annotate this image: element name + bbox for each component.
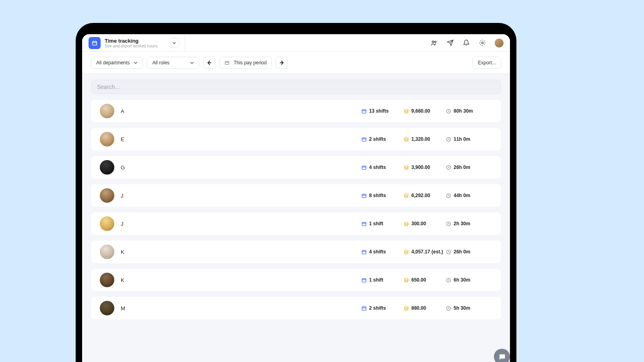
employee-name: K bbox=[121, 249, 361, 255]
employee-avatar bbox=[100, 245, 114, 259]
employee-avatar bbox=[100, 216, 114, 231]
user-avatar[interactable] bbox=[495, 39, 504, 47]
svg-rect-7 bbox=[225, 62, 229, 65]
employee-avatar bbox=[100, 301, 114, 315]
prev-period-button[interactable] bbox=[203, 57, 215, 69]
time-value: 26h 0m bbox=[454, 165, 470, 170]
employee-row[interactable]: J8 shifts6,292.0044h 0m bbox=[91, 184, 501, 207]
period-selector[interactable]: This pay period bbox=[219, 57, 272, 69]
roles-filter[interactable]: All roles bbox=[147, 57, 199, 69]
coins-icon bbox=[404, 306, 409, 311]
employee-row[interactable]: K4 shifts4,057.17 (est.)26h 0m bbox=[91, 241, 501, 263]
shifts-value: 4 shifts bbox=[369, 165, 386, 170]
search-box[interactable] bbox=[91, 80, 501, 94]
shifts-value: 4 shifts bbox=[369, 249, 386, 255]
app-icon[interactable] bbox=[89, 37, 101, 49]
cost-value: 880.00 bbox=[411, 305, 426, 311]
cost-value: 6,292.00 bbox=[411, 193, 430, 198]
svg-point-31 bbox=[405, 250, 408, 251]
cost-stat: 650.00 bbox=[404, 277, 446, 283]
period-label: This pay period bbox=[233, 60, 266, 66]
roles-label: All roles bbox=[152, 60, 169, 66]
arrow-left-icon bbox=[207, 60, 212, 65]
export-label: Export... bbox=[478, 60, 496, 66]
arrow-right-icon bbox=[279, 60, 284, 65]
cost-value: 650.00 bbox=[411, 277, 426, 283]
employee-name: G bbox=[121, 165, 361, 171]
time-stat: 80h 30m bbox=[446, 108, 492, 114]
time-value: 6h 30m bbox=[454, 277, 470, 283]
coins-icon bbox=[404, 137, 409, 142]
departments-label: All departments bbox=[96, 60, 130, 66]
time-value: 44h 0m bbox=[454, 193, 470, 198]
employee-row[interactable]: E2 shifts1,320.0011h 0m bbox=[91, 128, 501, 150]
shifts-value: 1 shift bbox=[369, 221, 383, 226]
svg-rect-9 bbox=[362, 109, 366, 113]
clock-icon bbox=[446, 306, 451, 311]
shifts-stat: 4 shifts bbox=[361, 165, 404, 170]
coins-icon bbox=[404, 221, 409, 226]
employee-row[interactable]: K1 shift650.006h 30m bbox=[91, 269, 501, 291]
departments-filter[interactable]: All departments bbox=[91, 57, 143, 69]
cost-value: 9,660.00 bbox=[411, 108, 430, 114]
svg-rect-25 bbox=[362, 222, 366, 226]
shifts-stat: 4 shifts bbox=[361, 249, 404, 255]
chevron-down-icon bbox=[190, 61, 194, 65]
calendar-icon bbox=[361, 221, 367, 226]
app-switcher[interactable] bbox=[169, 38, 179, 48]
svg-rect-29 bbox=[362, 250, 366, 254]
employee-row[interactable]: G4 shifts3,900.0026h 0m bbox=[91, 156, 501, 179]
shifts-value: 2 shifts bbox=[369, 136, 386, 142]
svg-point-5 bbox=[435, 41, 436, 43]
content-area: A13 shifts9,660.0080h 30mE2 shifts1,320.… bbox=[82, 74, 510, 362]
gear-icon[interactable] bbox=[479, 39, 486, 47]
cost-stat: 9,660.00 bbox=[404, 108, 446, 114]
shifts-stat: 13 shifts bbox=[361, 108, 404, 114]
time-stat: 2h 30m bbox=[446, 221, 492, 226]
employee-row[interactable]: A13 shifts9,660.0080h 30m bbox=[91, 100, 501, 122]
team-icon[interactable] bbox=[430, 39, 438, 47]
shifts-stat: 1 shift bbox=[361, 221, 404, 226]
page-title: Time tracking bbox=[105, 38, 158, 44]
cost-stat: 300.00 bbox=[404, 221, 446, 226]
header-actions bbox=[430, 39, 504, 47]
employee-row[interactable]: J1 shift300.002h 30m bbox=[91, 212, 501, 235]
search-input[interactable] bbox=[97, 84, 495, 90]
time-stat: 26h 0m bbox=[446, 249, 492, 255]
shifts-stat: 1 shift bbox=[361, 277, 404, 283]
bell-icon[interactable] bbox=[462, 39, 470, 47]
app-screen: Time tracking See and export worked hour… bbox=[82, 34, 510, 362]
shifts-stat: 2 shifts bbox=[361, 305, 404, 311]
chevron-down-icon bbox=[134, 61, 138, 65]
clock-icon bbox=[446, 137, 451, 142]
divider bbox=[185, 34, 185, 52]
employee-avatar bbox=[100, 188, 114, 203]
coins-icon bbox=[404, 249, 409, 255]
calendar-icon bbox=[361, 137, 367, 142]
title-block: Time tracking See and export worked hour… bbox=[105, 38, 158, 48]
time-value: 2h 30m bbox=[454, 221, 470, 226]
cost-value: 1,320.00 bbox=[411, 136, 430, 142]
time-stat: 5h 30m bbox=[446, 305, 492, 311]
svg-point-19 bbox=[405, 165, 408, 167]
time-stat: 11h 0m bbox=[446, 136, 492, 142]
clock-icon bbox=[446, 221, 451, 226]
coins-icon bbox=[404, 278, 409, 283]
time-value: 11h 0m bbox=[454, 136, 470, 142]
cost-value: 3,900.00 bbox=[411, 165, 430, 170]
calendar-icon bbox=[361, 109, 367, 114]
cost-stat: 880.00 bbox=[404, 305, 446, 311]
chat-widget[interactable] bbox=[494, 349, 510, 362]
cost-value: 300.00 bbox=[411, 221, 426, 226]
svg-rect-33 bbox=[362, 278, 366, 282]
svg-point-39 bbox=[405, 306, 408, 308]
export-button[interactable]: Export... bbox=[473, 57, 501, 69]
time-stat: 6h 30m bbox=[446, 277, 492, 283]
next-period-button[interactable] bbox=[276, 57, 288, 69]
employee-row[interactable]: M2 shifts880.005h 30m bbox=[91, 297, 501, 319]
svg-point-4 bbox=[432, 41, 434, 43]
cost-stat: 4,057.17 (est.) bbox=[404, 249, 446, 255]
time-stat: 26h 0m bbox=[446, 165, 492, 170]
send-icon[interactable] bbox=[446, 39, 454, 47]
chat-icon bbox=[498, 353, 506, 360]
